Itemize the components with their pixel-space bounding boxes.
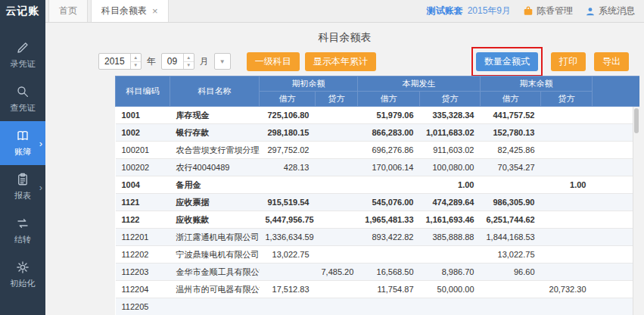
cell-ocr bbox=[316, 124, 358, 142]
vertical-scrollbar[interactable] bbox=[633, 107, 639, 315]
cell-odr: 297,752.02 bbox=[260, 142, 316, 159]
year-stepper-buttons: ▲ ▼ bbox=[130, 54, 141, 69]
briefcase-icon bbox=[523, 6, 534, 17]
month-stepper[interactable]: 09 ▲ ▼ bbox=[161, 53, 194, 70]
tab-home[interactable]: 首页 bbox=[48, 0, 88, 22]
cell-ccr bbox=[420, 246, 481, 264]
cell-code: 1004 bbox=[116, 176, 170, 194]
export-button[interactable]: 导出 bbox=[594, 52, 629, 71]
sidebar-item-ledger[interactable]: 账簿 › bbox=[0, 121, 45, 165]
tab-strip: 首页 科目余额表 × 测试账套 2015年9月 陈香管理 系统消息 bbox=[45, 0, 644, 22]
cell-edr: 152,780.13 bbox=[481, 124, 541, 142]
account-set-switcher[interactable]: 测试账套 2015年9月 bbox=[427, 5, 511, 17]
cell-name: 库存现金 bbox=[170, 107, 260, 124]
table-row: 112205 bbox=[116, 298, 640, 315]
table-row: 1002银行存款298,180.15866,283.001,011,683.02… bbox=[116, 124, 640, 142]
cell-cdr bbox=[358, 176, 420, 194]
cell-code: 100201 bbox=[116, 142, 170, 159]
cell-name: 宁波鼎臻电机有限公司 bbox=[170, 246, 260, 264]
book-icon bbox=[16, 129, 30, 142]
sidebar-item-carryover[interactable]: 结转 bbox=[0, 209, 45, 253]
cell-cdr bbox=[358, 298, 420, 315]
quantity-amount-button[interactable]: 数量金额式 bbox=[476, 52, 538, 71]
cell-name: 应收账款 bbox=[170, 211, 260, 229]
pencil-icon bbox=[16, 41, 30, 55]
show-ytd-button[interactable]: 显示本年累计 bbox=[305, 52, 376, 71]
search-icon bbox=[16, 85, 30, 98]
cell-odr: 17,512.83 bbox=[260, 281, 316, 298]
cell-odr: 5,447,956.75 bbox=[260, 211, 316, 229]
tab-subject-balance[interactable]: 科目余额表 × bbox=[91, 0, 169, 22]
cell-code: 112205 bbox=[116, 298, 170, 315]
cell-code: 112201 bbox=[116, 229, 170, 246]
col-header-opening: 期初余额 bbox=[260, 76, 358, 92]
spinner-down-icon[interactable]: ▼ bbox=[131, 62, 141, 70]
cell-edr: 1,844,168.53 bbox=[481, 229, 541, 246]
cell-ccr: 474,289.64 bbox=[420, 194, 481, 211]
cell-code: 1001 bbox=[116, 107, 170, 124]
cell-ecr: 20,732.30 bbox=[541, 281, 593, 298]
sidebar-item-initialize[interactable]: 初始化 bbox=[0, 253, 45, 297]
cell-edr: 70,354.27 bbox=[481, 159, 541, 176]
cell-edr: 13,022.75 bbox=[481, 246, 541, 264]
cell-odr: 915,519.54 bbox=[260, 194, 316, 211]
cell-ocr bbox=[316, 176, 358, 194]
cell-code: 1121 bbox=[116, 194, 170, 211]
cell-name bbox=[170, 298, 260, 315]
system-messages[interactable]: 系统消息 bbox=[585, 5, 635, 17]
sidebar-item-label: 报表 bbox=[14, 190, 31, 201]
table-body: 1001库存现金725,106.8051,979.06335,328.34441… bbox=[116, 107, 640, 315]
cell-ccr: 1,161,693.46 bbox=[420, 211, 481, 229]
print-button[interactable]: 打印 bbox=[551, 52, 586, 71]
cell-ccr: 335,328.34 bbox=[420, 107, 481, 124]
col-header-opening-debit: 借方 bbox=[260, 92, 316, 107]
subject-balance-table: 科目编码 科目名称 期初余额 本期发生 期末余额 借方 贷方 借方 贷方 借方 … bbox=[115, 76, 639, 315]
year-stepper[interactable]: 2015 ▲ ▼ bbox=[98, 53, 142, 70]
user-menu[interactable]: 陈香管理 bbox=[523, 5, 573, 17]
col-header-name: 科目名称 bbox=[170, 76, 260, 107]
cell-code: 112204 bbox=[116, 281, 170, 298]
spinner-up-icon[interactable]: ▲ bbox=[184, 54, 194, 62]
cell-edr: 6,251,744.62 bbox=[481, 211, 541, 229]
cell-name: 金华市金顺工具有限公司 bbox=[170, 264, 260, 281]
main-content: 科目余额表 2015 ▲ ▼ 年 09 ▲ ▼ 月 ▼ 一级科目 bbox=[45, 23, 644, 315]
cell-ocr bbox=[316, 211, 358, 229]
cell-ecr bbox=[541, 211, 593, 229]
cell-cdr: 545,076.00 bbox=[358, 194, 420, 211]
table-row: 1121应收票据915,519.54545,076.00474,289.6498… bbox=[116, 194, 640, 211]
cell-odr bbox=[260, 176, 316, 194]
cell-edr: 441,757.52 bbox=[481, 107, 541, 124]
cell-edr: 96.60 bbox=[481, 264, 541, 281]
tab-subject-balance-label: 科目余额表 bbox=[101, 5, 147, 17]
cell-cdr: 1,965,481.33 bbox=[358, 211, 420, 229]
cell-ccr: 1,011,683.02 bbox=[420, 124, 481, 142]
sidebar-item-voucher-entry[interactable]: 录凭证 bbox=[0, 33, 45, 77]
cell-ecr bbox=[541, 264, 593, 281]
spinner-down-icon[interactable]: ▼ bbox=[184, 62, 194, 70]
sidebar: 录凭证 查凭证 账簿 › 报表 › 结转 初始化 bbox=[0, 23, 45, 315]
table-row: 1122应收账款5,447,956.751,965,481.331,161,69… bbox=[116, 211, 640, 229]
toolbar: 2015 ▲ ▼ 年 09 ▲ ▼ 月 ▼ 一级科目 显示本年累计 bbox=[98, 48, 629, 75]
cell-ecr bbox=[541, 142, 593, 159]
cell-edr bbox=[481, 176, 541, 194]
cell-ecr bbox=[541, 298, 593, 315]
period-dropdown[interactable]: ▼ bbox=[214, 53, 231, 70]
close-tab-icon[interactable]: × bbox=[152, 6, 158, 16]
level1-subject-button[interactable]: 一级科目 bbox=[247, 52, 300, 71]
col-header-current-credit: 贷方 bbox=[420, 92, 481, 107]
col-header-ending-debit: 借方 bbox=[481, 92, 541, 107]
cell-ocr bbox=[316, 246, 358, 264]
spinner-up-icon[interactable]: ▲ bbox=[131, 54, 141, 62]
sidebar-item-voucher-search[interactable]: 查凭证 bbox=[0, 77, 45, 121]
cell-edr bbox=[481, 281, 541, 298]
cell-ocr bbox=[316, 281, 358, 298]
month-stepper-buttons: ▲ ▼ bbox=[183, 54, 194, 69]
scrollbar-thumb[interactable] bbox=[634, 108, 639, 133]
cell-odr bbox=[260, 264, 316, 281]
transfer-icon bbox=[16, 217, 30, 230]
sidebar-item-reports[interactable]: 报表 › bbox=[0, 165, 45, 209]
cell-ccr: 1.00 bbox=[420, 176, 481, 194]
cell-ecr bbox=[541, 229, 593, 246]
cell-ocr bbox=[316, 194, 358, 211]
cell-edr: 986,305.90 bbox=[481, 194, 541, 211]
